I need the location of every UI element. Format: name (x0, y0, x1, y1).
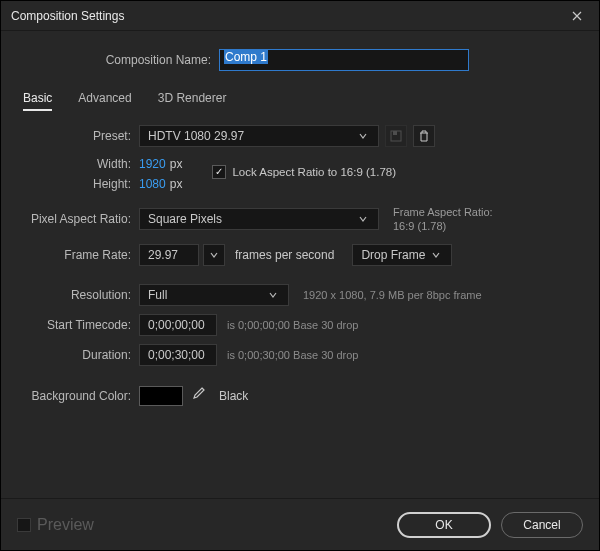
trash-icon (418, 130, 430, 142)
preview-checkbox (17, 518, 31, 532)
close-button[interactable] (555, 1, 599, 31)
fps-dropdown[interactable] (203, 244, 225, 266)
eyedropper-icon (191, 387, 205, 401)
preset-label: Preset: (19, 129, 139, 143)
bg-label: Background Color: (19, 389, 139, 403)
lock-aspect-checkbox[interactable] (212, 165, 226, 179)
lock-aspect-label: Lock Aspect Ratio to 16:9 (1.78) (232, 166, 396, 178)
fps-label: Frame Rate: (19, 248, 139, 262)
height-value[interactable]: 1080 (139, 177, 166, 191)
chevron-down-icon (209, 249, 219, 261)
tab-basic[interactable]: Basic (23, 91, 52, 111)
start-tc-label: Start Timecode: (19, 318, 139, 332)
height-unit: px (170, 177, 183, 191)
par-label: Pixel Aspect Ratio: (19, 212, 139, 226)
cancel-button[interactable]: Cancel (501, 512, 583, 538)
duration-value: 0;00;30;00 (148, 348, 205, 362)
svg-rect-1 (393, 131, 397, 135)
preset-delete-button[interactable] (413, 125, 435, 147)
width-value[interactable]: 1920 (139, 157, 166, 171)
dropframe-dropdown[interactable]: Drop Frame (352, 244, 452, 266)
duration-label: Duration: (19, 348, 139, 362)
res-info: 1920 x 1080, 7.9 MB per 8bpc frame (303, 289, 482, 301)
ok-button[interactable]: OK (397, 512, 491, 538)
res-label: Resolution: (19, 288, 139, 302)
fps-value: 29.97 (148, 248, 178, 262)
footer: Preview OK Cancel (1, 498, 599, 550)
comp-name-value: Comp 1 (224, 50, 268, 64)
res-dropdown[interactable]: Full (139, 284, 289, 306)
height-label: Height: (19, 177, 139, 191)
bg-color-swatch[interactable] (139, 386, 183, 406)
preset-value: HDTV 1080 29.97 (148, 129, 244, 143)
frame-aspect-value: 16:9 (1.78) (393, 219, 493, 233)
chevron-down-icon (268, 289, 280, 301)
eyedropper-button[interactable] (191, 387, 205, 404)
par-value: Square Pixels (148, 212, 222, 226)
width-label: Width: (19, 157, 139, 171)
tabs: Basic Advanced 3D Renderer (19, 91, 581, 111)
close-icon (572, 11, 582, 21)
titlebar: Composition Settings (1, 1, 599, 31)
window-title: Composition Settings (11, 9, 124, 23)
start-tc-value: 0;00;00;00 (148, 318, 205, 332)
duration-info: is 0;00;30;00 Base 30 drop (227, 349, 358, 361)
dropframe-value: Drop Frame (361, 248, 425, 262)
comp-name-input[interactable]: Comp 1 (219, 49, 469, 71)
par-dropdown[interactable]: Square Pixels (139, 208, 379, 230)
fps-unit: frames per second (235, 248, 334, 262)
tab-advanced[interactable]: Advanced (78, 91, 131, 111)
frame-aspect-label: Frame Aspect Ratio: (393, 205, 493, 219)
bg-color-name: Black (219, 389, 248, 403)
save-icon (390, 130, 402, 142)
start-tc-input[interactable]: 0;00;00;00 (139, 314, 217, 336)
composition-settings-dialog: Composition Settings Composition Name: C… (0, 0, 600, 551)
start-tc-info: is 0;00;00;00 Base 30 drop (227, 319, 358, 331)
fps-input[interactable]: 29.97 (139, 244, 199, 266)
chevron-down-icon (358, 130, 370, 142)
preset-save-button (385, 125, 407, 147)
width-unit: px (170, 157, 183, 171)
chevron-down-icon (431, 249, 443, 261)
tab-3d-renderer[interactable]: 3D Renderer (158, 91, 227, 111)
res-value: Full (148, 288, 167, 302)
comp-name-label: Composition Name: (19, 53, 219, 67)
preview-label: Preview (37, 516, 94, 534)
duration-input[interactable]: 0;00;30;00 (139, 344, 217, 366)
preset-dropdown[interactable]: HDTV 1080 29.97 (139, 125, 379, 147)
chevron-down-icon (358, 213, 370, 225)
